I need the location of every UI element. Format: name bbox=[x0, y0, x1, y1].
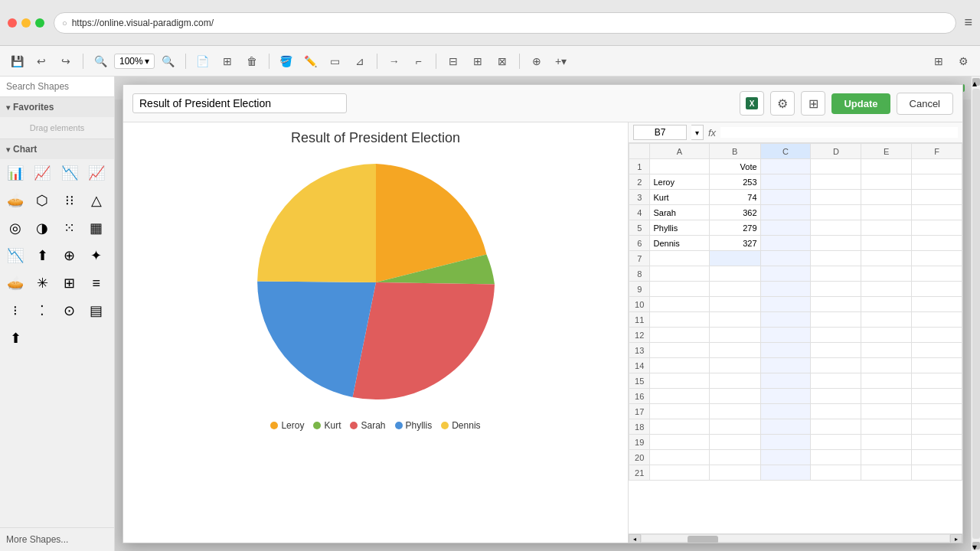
dot-chart-icon[interactable]: ⁙ bbox=[59, 217, 80, 239]
cell-F12[interactable] bbox=[912, 328, 962, 343]
spider-chart-icon[interactable]: ✳ bbox=[31, 272, 53, 294]
line-chart-icon[interactable]: 📉 bbox=[59, 162, 80, 184]
cell-reference-input[interactable] bbox=[633, 125, 687, 140]
cell-C1[interactable] bbox=[760, 159, 811, 174]
cancel-button[interactable]: Cancel bbox=[897, 93, 953, 115]
zoom-in-button[interactable]: 🔍 bbox=[90, 51, 111, 72]
cell-D17[interactable] bbox=[811, 404, 861, 419]
cell-C4[interactable] bbox=[760, 205, 811, 220]
cell-D5[interactable] bbox=[811, 220, 861, 236]
cell-C17[interactable] bbox=[760, 404, 811, 419]
waterfall-icon[interactable]: ⬆ bbox=[31, 245, 53, 266]
settings-gear-button[interactable]: ⚙ bbox=[770, 91, 795, 116]
col-header-D[interactable]: D bbox=[811, 144, 861, 159]
cell-C11[interactable] bbox=[760, 312, 811, 328]
cell-D18[interactable] bbox=[811, 419, 861, 435]
cell-A7[interactable] bbox=[650, 251, 709, 266]
scroll-left-btn[interactable]: ◂ bbox=[629, 534, 641, 543]
bar-chart3-icon[interactable]: ≡ bbox=[86, 272, 107, 294]
cell-A17[interactable] bbox=[650, 404, 709, 419]
cell-E7[interactable] bbox=[861, 251, 912, 266]
cell-E1[interactable] bbox=[861, 159, 912, 174]
col-header-F[interactable]: F bbox=[912, 144, 962, 159]
cell-C6[interactable] bbox=[760, 236, 811, 251]
colored-pie-icon[interactable]: 🥧 bbox=[5, 272, 26, 294]
cell-E20[interactable] bbox=[861, 450, 912, 465]
row-header-18[interactable]: 18 bbox=[629, 419, 650, 435]
fill-button[interactable]: 🪣 bbox=[276, 51, 297, 72]
cell-F9[interactable] bbox=[912, 282, 962, 297]
zoom-control[interactable]: 100% ▾ bbox=[114, 54, 155, 69]
bar-chart-icon[interactable]: 📊 bbox=[5, 162, 26, 184]
minimize-button[interactable] bbox=[21, 18, 31, 28]
cell-E14[interactable] bbox=[861, 358, 912, 373]
url-bar[interactable]: ○ https://online.visual-paradigm.com/ bbox=[54, 12, 956, 34]
cell-A16[interactable] bbox=[650, 389, 709, 404]
cell-F19[interactable] bbox=[912, 435, 962, 450]
cell-C10[interactable] bbox=[760, 297, 811, 312]
cell-A14[interactable] bbox=[650, 358, 709, 373]
cell-F21[interactable] bbox=[912, 465, 962, 481]
cell-F7[interactable] bbox=[912, 251, 962, 266]
cell-F16[interactable] bbox=[912, 389, 962, 404]
cell-D4[interactable] bbox=[811, 205, 861, 220]
cell-F5[interactable] bbox=[912, 220, 962, 236]
cell-C15[interactable] bbox=[760, 373, 811, 389]
cell-E8[interactable] bbox=[861, 266, 912, 282]
cell-A4[interactable]: Sarah bbox=[650, 205, 709, 220]
browser-menu-icon[interactable]: ≡ bbox=[964, 15, 972, 31]
cell-A11[interactable] bbox=[650, 312, 709, 328]
cell-A19[interactable] bbox=[650, 435, 709, 450]
cell-D7[interactable] bbox=[811, 251, 861, 266]
update-button[interactable]: Update bbox=[831, 93, 890, 114]
cell-F18[interactable] bbox=[912, 419, 962, 435]
cell-A12[interactable] bbox=[650, 328, 709, 343]
cell-C2[interactable] bbox=[760, 174, 811, 190]
cell-D3[interactable] bbox=[811, 190, 861, 205]
scroll-down-btn[interactable]: ▾ bbox=[972, 542, 980, 549]
stacked2-icon[interactable]: ▤ bbox=[86, 300, 107, 321]
chart-section-header[interactable]: ▾ Chart bbox=[0, 139, 114, 159]
cell-B7[interactable] bbox=[709, 251, 760, 266]
pyramid-chart-icon[interactable]: △ bbox=[86, 190, 107, 211]
cell-A2[interactable]: Leroy bbox=[650, 174, 709, 190]
cell-A9[interactable] bbox=[650, 282, 709, 297]
cell-E16[interactable] bbox=[861, 389, 912, 404]
bar-chart2-icon[interactable]: 📈 bbox=[31, 162, 53, 184]
col-header-B[interactable]: B bbox=[709, 144, 760, 159]
cell-E19[interactable] bbox=[861, 435, 912, 450]
excel-export-button[interactable]: X bbox=[740, 91, 764, 116]
cell-E6[interactable] bbox=[861, 236, 912, 251]
cell-D11[interactable] bbox=[811, 312, 861, 328]
cell-B18[interactable] bbox=[709, 419, 760, 435]
area-chart-icon[interactable]: 📈 bbox=[86, 162, 107, 184]
row-header-10[interactable]: 10 bbox=[629, 297, 650, 312]
waypoint-button[interactable]: ⌐ bbox=[408, 51, 430, 72]
cell-B9[interactable] bbox=[709, 282, 760, 297]
cell-D8[interactable] bbox=[811, 266, 861, 282]
cell-B19[interactable] bbox=[709, 435, 760, 450]
cell-D15[interactable] bbox=[811, 373, 861, 389]
cell-E4[interactable] bbox=[861, 205, 912, 220]
cell-E2[interactable] bbox=[861, 174, 912, 190]
row-header-1[interactable]: 1 bbox=[629, 159, 650, 174]
cell-F14[interactable] bbox=[912, 358, 962, 373]
cell-A10[interactable] bbox=[650, 297, 709, 312]
scatter-chart-icon[interactable]: ⁝⁝ bbox=[59, 190, 80, 211]
row-header-6[interactable]: 6 bbox=[629, 236, 650, 251]
pie-chart-icon[interactable]: 🥧 bbox=[5, 190, 26, 211]
delete-button[interactable]: 🗑 bbox=[241, 51, 263, 72]
distribute-button[interactable]: ⊠ bbox=[492, 51, 513, 72]
cell-B11[interactable] bbox=[709, 312, 760, 328]
cell-B6[interactable]: 327 bbox=[709, 236, 760, 251]
cell-E3[interactable] bbox=[861, 190, 912, 205]
cell-F11[interactable] bbox=[912, 312, 962, 328]
gauge-icon[interactable]: ⊙ bbox=[59, 300, 80, 321]
ring-chart-icon[interactable]: ◎ bbox=[5, 217, 26, 239]
row-header-21[interactable]: 21 bbox=[629, 465, 650, 481]
row-header-14[interactable]: 14 bbox=[629, 358, 650, 373]
cell-E5[interactable] bbox=[861, 220, 912, 236]
extra-button1[interactable]: ⊕ bbox=[526, 51, 547, 72]
dialog-title-input[interactable] bbox=[132, 93, 347, 113]
col-header-E[interactable]: E bbox=[861, 144, 912, 159]
